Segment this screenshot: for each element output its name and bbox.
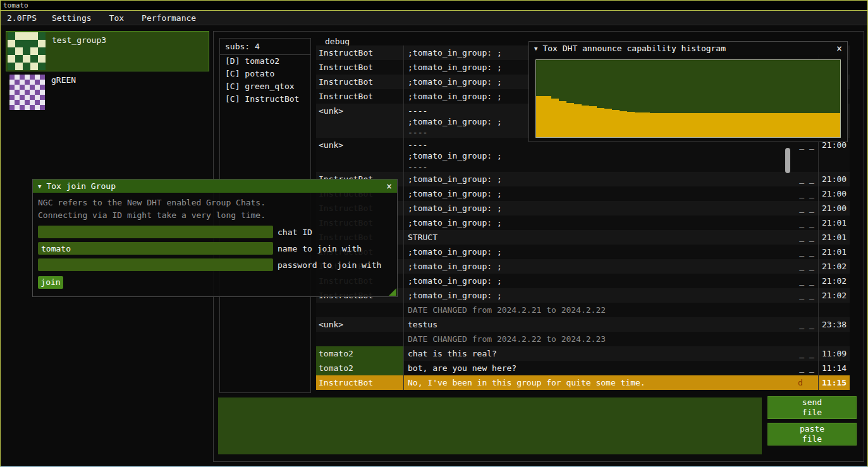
message-input[interactable] [218, 397, 762, 454]
histogram-bar [650, 113, 657, 137]
join-window-titlebar[interactable]: ▼ Tox join Group × [33, 179, 397, 193]
chat-message-time: 21:02 [818, 274, 850, 288]
histogram-bar [742, 113, 749, 137]
chat-message-flags: _ _ [795, 186, 818, 201]
histogram-bar [627, 112, 635, 137]
chat-sender-name: <unk> [316, 138, 404, 172]
chat-id-input[interactable] [38, 226, 273, 238]
chat-sender-name: tomato2 [316, 346, 404, 361]
histogram-bar [544, 96, 551, 137]
chat-message-row[interactable]: <unk>testus_ _23:38 [316, 317, 850, 332]
histogram-bar [719, 113, 726, 137]
chat-id-label: chat ID [278, 227, 312, 237]
chat-message-flags: _ _ [795, 230, 818, 245]
chat-message-flags: _ _ [795, 215, 818, 230]
chat-message-row[interactable]: InstructBotNo, I've been in this group f… [316, 375, 850, 390]
menu-settings[interactable]: Settings [43, 13, 101, 23]
chat-message-flags: _ _ [795, 274, 818, 288]
chat-message-time [818, 303, 850, 317]
chat-message-time: 21:01 [818, 245, 850, 259]
subs-list-item[interactable]: [C] potato [220, 68, 310, 80]
subs-list: [D] tomato2[C] potato[C] green_qtox[C] I… [220, 55, 310, 106]
histogram-bar [772, 113, 779, 137]
chat-sender-name: InstructBot [316, 89, 404, 104]
dht-histogram-window: ▼ Tox DHT announce capability histogram … [529, 41, 848, 142]
histogram-bar [696, 113, 704, 137]
subs-list-item[interactable]: [C] InstructBot [220, 93, 310, 106]
dht-histogram-chart [535, 59, 841, 138]
chat-message-text: ;tomato_in_group: ; [404, 245, 795, 259]
chat-message-row[interactable]: <unk>----;tomato_in_group: ;----_ _21:00 [316, 138, 850, 172]
histogram-bar [704, 113, 711, 137]
histogram-bar [635, 112, 642, 137]
histogram-bars [536, 60, 840, 137]
chat-message-text: ;tomato_in_group: ; [404, 288, 795, 303]
subs-list-item[interactable]: [C] green_qtox [220, 80, 310, 93]
histogram-bar [787, 113, 795, 137]
chat-message-text: ;tomato_in_group: ; [404, 215, 795, 230]
join-name-label: name to join with [278, 244, 362, 253]
window-titlebar[interactable]: tomato [1, 1, 867, 11]
chat-message-text: ;tomato_in_group: ; [404, 201, 795, 215]
tab-debug[interactable]: debug [325, 37, 350, 46]
histogram-bar [604, 109, 612, 137]
subs-list-item[interactable]: [D] tomato2 [220, 55, 310, 68]
chat-message-flags: _ _ [795, 259, 818, 274]
histogram-bar [764, 113, 772, 137]
chat-message-text: chat is this real? [404, 346, 795, 361]
resize-grip[interactable] [389, 288, 396, 296]
window-title: tomato [3, 1, 28, 9]
app-window: tomato 2.0FPS Settings Tox Performance t… [0, 0, 868, 467]
histogram-bar [688, 113, 696, 137]
chat-sender-name: tomato2 [316, 361, 404, 375]
histogram-bar [825, 113, 833, 137]
chat-message-time: 21:00 [818, 201, 850, 215]
collapse-arrow-icon[interactable]: ▼ [38, 183, 41, 190]
chat-message-text: STRUCT [404, 230, 795, 245]
chat-system-row[interactable]: DATE CHANGED from 2024.2.21 to 2024.2.22 [316, 303, 850, 317]
join-description-line1: NGC refers to the New DHT enabled Group … [38, 197, 392, 209]
chat-message-text: ;tomato_in_group: ; [404, 274, 795, 288]
chat-message-flags: _ _ [795, 317, 818, 332]
chat-message-time: 21:00 [818, 172, 850, 186]
histogram-bar [802, 113, 810, 137]
join-password-label: password to join with [278, 260, 381, 270]
histogram-bar [536, 96, 544, 137]
join-name-input[interactable] [38, 242, 273, 255]
chat-message-text: ;tomato_in_group: ; [404, 186, 795, 201]
chat-system-row[interactable]: DATE CHANGED from 2024.2.22 to 2024.2.23 [316, 332, 850, 346]
group-item-green[interactable]: gREEN [6, 74, 209, 114]
paste-file-button[interactable]: paste file [767, 423, 857, 446]
chat-message-time: 11:15 [818, 375, 850, 390]
chat-sender-name: InstructBot [316, 75, 404, 89]
histogram-bar [711, 113, 719, 137]
chat-sender-name: InstructBot [316, 60, 404, 75]
histogram-bar [726, 113, 734, 137]
histogram-bar [734, 113, 742, 137]
chat-sender-name [316, 303, 404, 317]
menu-bar: 2.0FPS Settings Tox Performance [1, 11, 867, 25]
join-button[interactable]: join [38, 276, 63, 289]
collapse-arrow-icon[interactable]: ▼ [534, 45, 537, 52]
menu-performance[interactable]: Performance [133, 13, 205, 23]
chat-message-row[interactable]: tomato2bot, are you new here?_ _11:14 [316, 361, 850, 375]
histogram-bar [666, 113, 673, 137]
chat-message-row[interactable]: tomato2chat is this real?_ _11:09 [316, 346, 850, 361]
histogram-window-titlebar[interactable]: ▼ Tox DHT announce capability histogram … [529, 42, 847, 55]
chat-message-time: 21:02 [818, 288, 850, 303]
histogram-bar [551, 99, 559, 137]
group-avatar [9, 75, 45, 110]
histogram-bar [673, 113, 681, 137]
chat-scrollbar[interactable] [785, 148, 790, 173]
join-password-input[interactable] [38, 258, 273, 271]
chat-message-text: testus [404, 317, 795, 332]
group-item-test_group3[interactable]: test_group3 [6, 31, 209, 71]
histogram-bar [559, 101, 566, 137]
chat-message-text: ;tomato_in_group: ; [404, 259, 795, 274]
menu-tox[interactable]: Tox [101, 13, 133, 23]
send-file-button[interactable]: send file [767, 396, 857, 419]
close-icon[interactable]: × [831, 43, 842, 54]
close-icon[interactable]: × [381, 181, 392, 192]
chat-message-time: 21:00 [818, 138, 850, 172]
histogram-bar [612, 110, 620, 137]
